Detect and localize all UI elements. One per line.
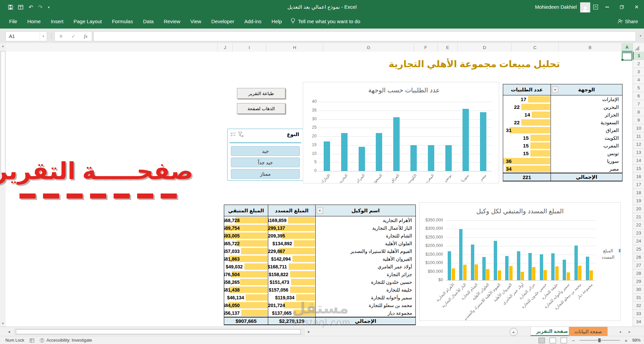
- new-sheet-button[interactable]: +: [510, 328, 518, 336]
- table-row[interactable]: القيروان الأهلية$142,094$81,863: [224, 255, 416, 263]
- normal-view-icon[interactable]: [538, 338, 545, 343]
- tell-me-box[interactable]: Tell me what you want to do: [290, 18, 360, 25]
- scroll-up-icon[interactable]: ▲: [0, 44, 6, 48]
- remaining-cell[interactable]: $58,265: [224, 278, 268, 286]
- remaining-cell[interactable]: $46,134: [224, 294, 268, 301]
- column-header-D[interactable]: D: [458, 43, 512, 52]
- horizontal-scrollbar[interactable]: [14, 329, 305, 335]
- row-header-26[interactable]: 26: [633, 253, 644, 261]
- row-header-8[interactable]: 8: [633, 108, 644, 116]
- zoom-slider-thumb[interactable]: [598, 338, 601, 342]
- type-slicer[interactable]: النوع جيدجيد جداًممتاز: [227, 129, 304, 181]
- row-header-25[interactable]: 25: [633, 245, 644, 253]
- table-row[interactable]: جزائر التجارة$158,822$76,504: [224, 270, 416, 278]
- scroll-down-icon[interactable]: ▼: [0, 321, 6, 326]
- table-row[interactable]: البحرين22: [503, 103, 622, 111]
- hscroll-right-icon[interactable]: ►: [305, 327, 313, 336]
- column-header-A[interactable]: A: [622, 43, 633, 52]
- orders-cell[interactable]: 15: [503, 149, 551, 157]
- macro-record-icon[interactable]: [30, 338, 34, 343]
- selected-cell-A1[interactable]: [622, 52, 632, 60]
- orders-cell[interactable]: 31: [503, 126, 551, 134]
- hscroll-left-icon[interactable]: ◄: [5, 327, 13, 336]
- agent-cell[interactable]: الشام للتجارة: [315, 232, 416, 240]
- paid-cell[interactable]: $169,859: [268, 216, 315, 224]
- destination-cell[interactable]: المغرب: [551, 142, 622, 149]
- row-header-11[interactable]: 11: [633, 132, 644, 140]
- column-header-C[interactable]: C: [512, 43, 559, 52]
- ribbon-display-options-icon[interactable]: [592, 0, 600, 14]
- destination-cell[interactable]: تونس: [551, 149, 622, 157]
- column-header-F[interactable]: F: [414, 43, 438, 52]
- row-header-21[interactable]: 21: [633, 213, 644, 221]
- row-header-22[interactable]: 22: [633, 221, 644, 229]
- destination-cell[interactable]: الإمارات: [551, 95, 622, 103]
- paid-cell[interactable]: $142,094: [268, 255, 315, 263]
- agent-cell[interactable]: الأهرام التجارية: [315, 216, 416, 224]
- orders-cell[interactable]: 15: [503, 134, 551, 142]
- agent-cell[interactable]: أولاد عمر العامري: [315, 263, 416, 270]
- paid-cell[interactable]: $158,822: [268, 270, 315, 278]
- tab-scroll-left-icon[interactable]: ◂: [616, 327, 625, 336]
- table-row[interactable]: الفيوم الأهلية للاستيراد والتصدير$229,86…: [224, 247, 416, 255]
- orders-cell[interactable]: 22: [503, 119, 551, 126]
- table-row[interactable]: الجزائر14: [503, 111, 622, 119]
- paid-remaining-per-agent-chart[interactable]: المبلغ المسدد والمتبقي لكل وكيل$0$50,000…: [419, 202, 621, 321]
- ribbon-tab-developer[interactable]: Developer: [206, 14, 239, 29]
- ribbon-tab-review[interactable]: Review: [159, 14, 185, 29]
- ribbon-tab-help[interactable]: Help: [267, 14, 287, 29]
- agent-cell[interactable]: سمير وأخوانه للتجارة: [315, 294, 416, 301]
- column-header-H[interactable]: H: [266, 43, 323, 52]
- orders-cell[interactable]: 17: [503, 95, 551, 103]
- agent-cell[interactable]: حسين خلدون للتجارة: [315, 278, 416, 286]
- row-header-1[interactable]: 1: [633, 52, 644, 60]
- table-row[interactable]: سمير وأخوانه للتجارة$119,034$46,134: [224, 294, 416, 301]
- remaining-cell[interactable]: $49,032: [224, 263, 268, 270]
- paid-cell[interactable]: $299,137: [268, 224, 315, 232]
- remaining-cell[interactable]: $65,722: [224, 240, 268, 247]
- ribbon-tab-add-ins[interactable]: Add-ins: [239, 14, 267, 29]
- table-row[interactable]: تونس15: [503, 149, 622, 157]
- column-header-G[interactable]: G: [323, 43, 414, 52]
- remaining-cell[interactable]: $56,137: [224, 309, 268, 317]
- ribbon-tab-insert[interactable]: Insert: [46, 14, 69, 29]
- table-row[interactable]: الإمارات17: [503, 95, 622, 103]
- column-header-leading[interactable]: [6, 43, 218, 52]
- print-report-button[interactable]: طباعة التقرير: [237, 88, 285, 99]
- row-header-9[interactable]: 9: [633, 116, 644, 124]
- filter-dropdown-icon[interactable]: ▼: [317, 207, 323, 214]
- ribbon-tab-formulas[interactable]: Formulas: [107, 14, 138, 29]
- confirm-entry-icon[interactable]: ✓: [72, 34, 76, 39]
- row-header-30[interactable]: 30: [633, 286, 644, 294]
- ribbon-tab-home[interactable]: Home: [22, 14, 46, 29]
- row-header-7[interactable]: 7: [633, 100, 644, 108]
- row-header-24[interactable]: 24: [633, 237, 644, 245]
- table-row[interactable]: المغرب15: [503, 142, 622, 149]
- row-header-29[interactable]: 29: [633, 277, 644, 286]
- avatar[interactable]: [580, 2, 590, 12]
- slicer-item-0[interactable]: جيد: [231, 146, 300, 156]
- orders-cell[interactable]: 22: [503, 103, 551, 111]
- cancel-entry-icon[interactable]: ✕: [59, 34, 63, 39]
- orders-cell[interactable]: 14: [503, 111, 551, 119]
- remaining-header-cell[interactable]: المبلغ المتبقي: [224, 205, 268, 216]
- row-header-27[interactable]: 27: [633, 261, 644, 269]
- agent-cell[interactable]: الباز للأعمال التجارية: [315, 224, 416, 232]
- paid-cell[interactable]: $119,034: [268, 294, 315, 301]
- row-header-2[interactable]: 2: [633, 60, 644, 68]
- row-header-18[interactable]: 18: [633, 189, 644, 197]
- remaining-cell[interactable]: $76,504: [224, 270, 268, 278]
- slicer-item-2[interactable]: ممتاز: [231, 169, 300, 179]
- table-row[interactable]: الباز للأعمال التجارية$299,137$89,754: [224, 224, 416, 232]
- paid-cell[interactable]: $157,056: [268, 286, 315, 294]
- accessibility-status[interactable]: Accessibility: Investigate: [40, 338, 92, 343]
- destination-cell[interactable]: الكويت: [551, 134, 622, 142]
- table-row[interactable]: محمد بن سعلو للتجارة$201,724$84,050: [224, 301, 416, 309]
- ribbon-tab-data[interactable]: Data: [138, 14, 159, 29]
- remaining-cell[interactable]: $89,754: [224, 224, 268, 232]
- paid-header-cell[interactable]: المبلغ المسدد: [268, 205, 315, 216]
- column-header-I[interactable]: I: [233, 43, 266, 52]
- page-layout-view-icon[interactable]: [550, 338, 556, 343]
- filter-dropdown-icon[interactable]: ▼: [552, 87, 558, 93]
- table-row[interactable]: مجموعة دياز$137,065$56,137: [224, 309, 416, 317]
